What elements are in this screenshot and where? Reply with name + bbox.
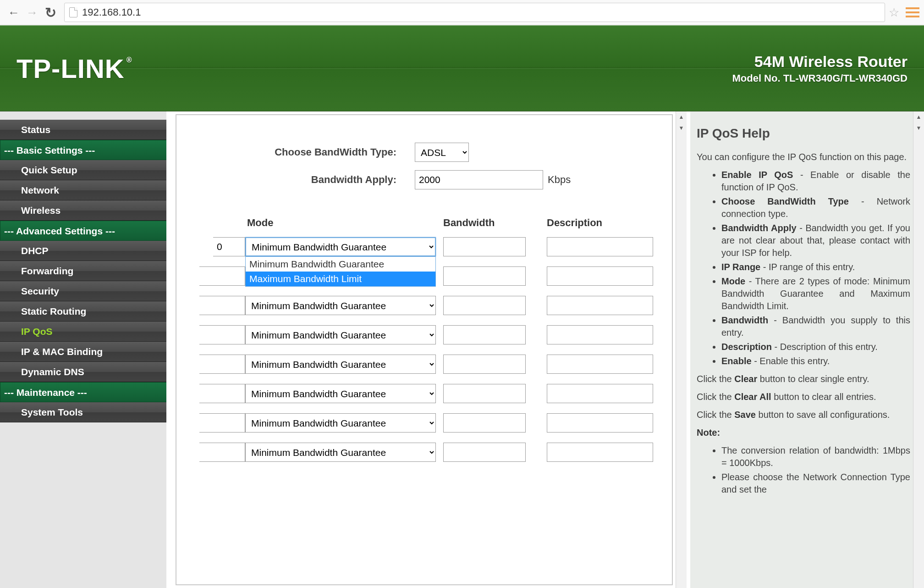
description-input[interactable] [547,237,653,256]
content-frame: Status--- Basic Settings ---Quick SetupN… [0,111,924,588]
browser-menu-icon[interactable] [906,7,919,17]
bandwidth-input[interactable] [443,237,526,256]
help-note: Please choose the Network Connection Typ… [721,471,910,496]
sidebar-item[interactable]: IP & MAC Binding [0,342,169,362]
main-scrollbar[interactable]: ▲ ▼ [676,111,687,588]
mode-select[interactable]: Minimum Bandwidth Guarantee [245,384,436,403]
product-info: 54M Wireless Router Model No. TL-WR340G/… [732,53,908,84]
bandwidth-type-label: Choose BandWidth Type: [186,146,415,158]
description-input[interactable] [547,413,653,433]
bandwidth-apply-input[interactable] [415,170,543,189]
sidebar-item[interactable]: Status [0,120,169,140]
mode-select[interactable]: Minimum Bandwidth Guarantee [245,296,436,315]
help-panel: IP QoS Help You can configure the IP QoS… [690,111,924,588]
bandwidth-type-select[interactable]: ADSL [415,143,469,162]
qos-row: Minimum Bandwidth Guarantee [186,355,663,374]
forward-button[interactable]: → [23,3,41,22]
bandwidth-input[interactable] [443,413,526,433]
scroll-down-icon[interactable]: ▼ [913,122,924,133]
description-input[interactable] [547,355,653,374]
help-bullet: Bandwidth - Bandwidth you supply to this… [721,314,910,339]
ip-range-partial-input[interactable] [199,325,245,344]
help-bullet: Choose BandWidth Type - Network connecti… [721,195,910,220]
help-note-label: Note: [697,427,910,439]
bandwidth-input[interactable] [443,443,526,462]
mode-select[interactable]: Minimum Bandwidth Guarantee [245,443,436,462]
col-description: Description [547,217,663,229]
ip-range-partial-input[interactable] [199,355,245,374]
scroll-up-icon[interactable]: ▲ [913,111,924,122]
sidebar-item[interactable]: Network [0,180,169,200]
mode-select[interactable]: Minimum Bandwidth Guarantee [245,355,436,374]
bandwidth-input[interactable] [443,266,526,286]
sidebar-section-header: --- Advanced Settings --- [0,221,169,241]
sidebar-section-header: --- Basic Settings --- [0,140,169,160]
bandwidth-input[interactable] [443,325,526,344]
col-bandwidth: Bandwidth [443,217,547,229]
ip-range-partial-input[interactable] [213,237,245,256]
banner: TP-LINK® 54M Wireless Router Model No. T… [0,25,924,111]
page-icon [69,7,77,17]
bandwidth-input[interactable] [443,296,526,315]
help-bullet: Enable - Enable this entry. [721,355,910,367]
mode-select[interactable]: Minimum Bandwidth Guarantee [245,413,436,433]
help-note: The conversion relation of bandwidth: 1M… [721,444,910,469]
bandwidth-input[interactable] [443,384,526,403]
back-button[interactable]: ← [5,3,23,22]
ip-range-partial-input[interactable] [199,443,245,462]
sidebar-item[interactable]: Static Routing [0,301,169,322]
help-bullet: Bandwidth Apply - Bandwidth you get. If … [721,222,910,259]
registered-icon: ® [126,56,132,64]
ip-range-partial-input[interactable] [199,266,245,286]
sidebar-item[interactable]: Forwarding [0,261,169,281]
product-model: Model No. TL-WR340G/TL-WR340GD [732,72,908,84]
qos-row: Minimum Bandwidth Guarantee [186,325,663,344]
sidebar-item[interactable]: DHCP [0,241,169,261]
help-clear: Click the Clear button to clear single e… [697,373,910,385]
sidebar-item[interactable]: Wireless [0,200,169,221]
help-save: Click the Save button to save all config… [697,409,910,421]
main-body: Choose BandWidth Type: ADSL Bandwidth Ap… [176,114,673,585]
help-intro: You can configure the IP QoS function on… [697,151,910,163]
sidebar-item[interactable]: Security [0,281,169,301]
description-input[interactable] [547,296,653,315]
help-clearall: Click the Clear All button to clear all … [697,391,910,403]
url-text: 192.168.10.1 [82,6,141,18]
sidebar-item[interactable]: Quick Setup [0,160,169,180]
url-bar[interactable]: 192.168.10.1 [64,3,885,22]
qos-row: Minimum Bandwidth Guarantee [186,296,663,315]
sidebar-item[interactable]: IP QoS [0,322,169,342]
description-input[interactable] [547,266,653,286]
brand-logo: TP-LINK® [16,53,132,84]
scroll-down-icon[interactable]: ▼ [676,122,687,133]
help-bullet: IP Range - IP range of this entry. [721,261,910,273]
ip-range-partial-input[interactable] [199,296,245,315]
reload-button[interactable]: ↻ [41,3,60,22]
bookmark-star-icon[interactable]: ☆ [889,6,899,20]
help-bullet: Enable IP QoS - Enable or disable the fu… [721,169,910,194]
description-input[interactable] [547,443,653,462]
ip-range-partial-input[interactable] [199,413,245,433]
help-title: IP QoS Help [697,126,910,141]
ip-range-partial-input[interactable] [199,384,245,403]
help-bullet: Mode - There are 2 types of mode: Minimu… [721,275,910,312]
product-title: 54M Wireless Router [732,53,908,71]
description-input[interactable] [547,384,653,403]
bandwidth-apply-label: Bandwidth Apply: [186,174,415,186]
brand-text: TP-LINK [16,53,125,84]
mode-select[interactable]: Minimum Bandwidth Guarantee [245,325,436,344]
col-mode: Mode [245,217,443,229]
scroll-up-icon[interactable]: ▲ [676,111,687,122]
sidebar: Status--- Basic Settings ---Quick SetupN… [0,111,166,588]
main-panel: Choose BandWidth Type: ADSL Bandwidth Ap… [166,111,687,588]
mode-select[interactable]: Minimum Bandwidth Guarantee [245,237,436,256]
description-input[interactable] [547,325,653,344]
mode-option[interactable]: Minimum Bandwidth Guarantee [246,257,435,272]
qos-row: Minimum Bandwidth Guarantee [186,384,663,403]
sidebar-item[interactable]: System Tools [0,402,169,422]
help-scrollbar[interactable]: ▲ ▼ [913,111,924,588]
mode-option[interactable]: Maximum Bandwidth Limit [246,272,435,286]
sidebar-item[interactable]: Dynamic DNS [0,362,169,382]
sidebar-section-header: --- Maintenance --- [0,382,169,402]
bandwidth-input[interactable] [443,355,526,374]
